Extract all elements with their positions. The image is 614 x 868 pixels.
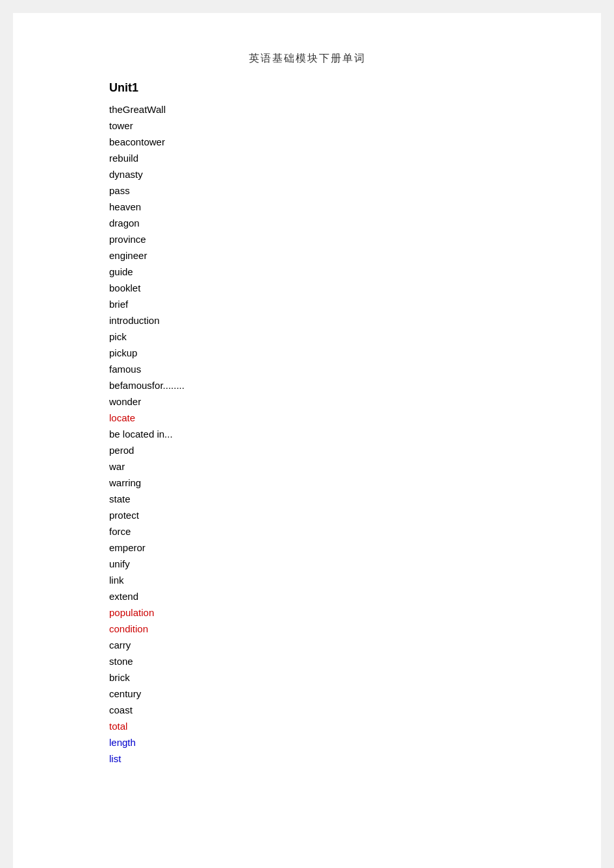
list-item: brick xyxy=(109,669,601,686)
list-item: stone xyxy=(109,653,601,669)
list-item: pick xyxy=(109,329,601,345)
list-item: introduction xyxy=(109,312,601,329)
list-item: dynasty xyxy=(109,166,601,182)
list-item: theGreatWall xyxy=(109,101,601,118)
list-item: tower xyxy=(109,118,601,134)
page-title: 英语基础模块下册单词 xyxy=(13,52,601,66)
list-item: carry xyxy=(109,637,601,653)
list-item: pickup xyxy=(109,345,601,361)
list-item: extend xyxy=(109,588,601,604)
word-list: theGreatWalltowerbeacontowerrebuilddynas… xyxy=(109,101,601,767)
unit-heading: Unit1 xyxy=(109,81,601,95)
list-item: beacontower xyxy=(109,134,601,150)
list-item: war xyxy=(109,458,601,475)
list-item: brief xyxy=(109,296,601,312)
list-item: heaven xyxy=(109,199,601,215)
list-item: engineer xyxy=(109,247,601,264)
list-item: warring xyxy=(109,475,601,491)
list-item: condition xyxy=(109,621,601,637)
list-item: rebuild xyxy=(109,150,601,166)
list-item: link xyxy=(109,572,601,588)
page: 英语基础模块下册单词 Unit1 theGreatWalltowerbeacon… xyxy=(13,13,601,868)
list-item: population xyxy=(109,604,601,621)
list-item: wonder xyxy=(109,393,601,410)
list-item: locate xyxy=(109,410,601,426)
list-item: famous xyxy=(109,361,601,377)
list-item: list xyxy=(109,750,601,767)
list-item: unify xyxy=(109,556,601,572)
list-item: dragon xyxy=(109,215,601,231)
list-item: protect xyxy=(109,507,601,523)
list-item: state xyxy=(109,491,601,507)
list-item: force xyxy=(109,523,601,539)
list-item: total xyxy=(109,718,601,734)
list-item: guide xyxy=(109,264,601,280)
list-item: emperor xyxy=(109,539,601,556)
list-item: province xyxy=(109,231,601,247)
list-item: pass xyxy=(109,182,601,199)
list-item: coast xyxy=(109,702,601,718)
list-item: century xyxy=(109,686,601,702)
list-item: length xyxy=(109,734,601,750)
list-item: befamousfor........ xyxy=(109,377,601,393)
content-area: Unit1 theGreatWalltowerbeacontowerrebuil… xyxy=(13,81,601,767)
list-item: perod xyxy=(109,442,601,458)
list-item: be located in... xyxy=(109,426,601,442)
list-item: booklet xyxy=(109,280,601,296)
